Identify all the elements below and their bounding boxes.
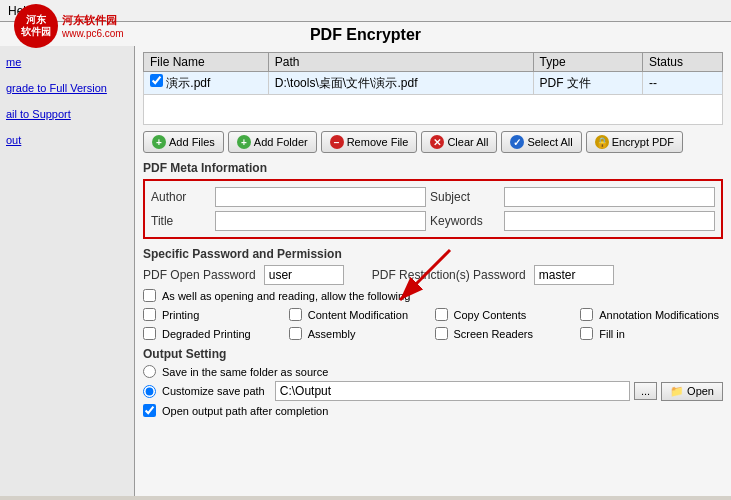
add-folder-label: Add Folder xyxy=(254,136,308,148)
output-section: Output Setting Save in the same folder a… xyxy=(143,347,723,417)
degraded-label: Degraded Printing xyxy=(162,328,251,340)
add-files-label: Add Files xyxy=(169,136,215,148)
perm-copy: Copy Contents xyxy=(435,308,578,321)
allow-checkbox[interactable] xyxy=(143,289,156,302)
restriction-password-label: PDF Restriction(s) Password xyxy=(372,268,526,282)
password-section-label: Specific Password and Permission xyxy=(143,247,723,261)
sidebar: me grade to Full Version ail to Support … xyxy=(0,46,135,496)
open-after-checkbox[interactable] xyxy=(143,404,156,417)
screen-checkbox[interactable] xyxy=(435,327,448,340)
restriction-password-input[interactable] xyxy=(534,265,614,285)
browse-button[interactable]: ... xyxy=(634,382,657,400)
select-all-label: Select All xyxy=(527,136,572,148)
add-files-icon: + xyxy=(152,135,166,149)
file-name: 演示.pdf xyxy=(166,76,210,90)
subject-label: Subject xyxy=(430,190,500,204)
clear-all-label: Clear All xyxy=(447,136,488,148)
menu-bar: Help xyxy=(0,0,731,22)
file-checkbox[interactable] xyxy=(150,74,163,87)
author-input[interactable] xyxy=(215,187,426,207)
menu-help[interactable]: Help xyxy=(8,4,33,18)
file-path-cell: D:\tools\桌面\文件\演示.pdf xyxy=(268,72,533,95)
encrypt-label: Encrypt PDF xyxy=(612,136,674,148)
annotation-checkbox[interactable] xyxy=(580,308,593,321)
open-label: Open xyxy=(687,385,714,397)
table-row: 演示.pdf D:\tools\桌面\文件\演示.pdf PDF 文件 -- xyxy=(144,72,723,95)
copy-checkbox[interactable] xyxy=(435,308,448,321)
perm-printing: Printing xyxy=(143,308,286,321)
sidebar-link-out[interactable]: out xyxy=(6,134,128,146)
clear-all-icon: ✕ xyxy=(430,135,444,149)
folder-icon: 📁 xyxy=(670,385,684,398)
perm-assembly: Assembly xyxy=(289,327,432,340)
fillin-label: Fill in xyxy=(599,328,625,340)
allow-label: As well as opening and reading, allow th… xyxy=(162,290,410,302)
main-content: File Name Path Type Status 演示.pdf D:\too… xyxy=(135,46,731,496)
customize-label: Customize save path xyxy=(162,385,265,397)
col-path: Path xyxy=(268,53,533,72)
same-folder-label: Save in the same folder as source xyxy=(162,366,328,378)
col-filename: File Name xyxy=(144,53,269,72)
content-mod-label: Content Modification xyxy=(308,309,408,321)
remove-file-icon: − xyxy=(330,135,344,149)
app-title: PDF Encrypter xyxy=(0,22,731,46)
sidebar-link-mail[interactable]: ail to Support xyxy=(6,108,128,120)
title-input[interactable] xyxy=(215,211,426,231)
encrypt-pdf-button[interactable]: 🔒 Encrypt PDF xyxy=(586,131,683,153)
title-label: Title xyxy=(151,214,211,228)
printing-label: Printing xyxy=(162,309,199,321)
assembly-checkbox[interactable] xyxy=(289,327,302,340)
file-name-cell: 演示.pdf xyxy=(144,72,269,95)
same-folder-radio[interactable] xyxy=(143,365,156,378)
select-all-icon: ✓ xyxy=(510,135,524,149)
add-files-button[interactable]: + Add Files xyxy=(143,131,224,153)
add-folder-icon: + xyxy=(237,135,251,149)
perm-screen: Screen Readers xyxy=(435,327,578,340)
password-section: Specific Password and Permission PDF Ope… xyxy=(143,247,723,302)
open-button[interactable]: 📁 Open xyxy=(661,382,723,401)
open-password-input[interactable] xyxy=(264,265,344,285)
file-status-cell: -- xyxy=(643,72,723,95)
annotation-label: Annotation Modifications xyxy=(599,309,719,321)
file-table: File Name Path Type Status 演示.pdf D:\too… xyxy=(143,52,723,125)
sidebar-link-upgrade[interactable]: grade to Full Version xyxy=(6,82,128,94)
perm-fillin: Fill in xyxy=(580,327,723,340)
printing-checkbox[interactable] xyxy=(143,308,156,321)
sidebar-link-me[interactable]: me xyxy=(6,56,128,68)
encrypt-icon: 🔒 xyxy=(595,135,609,149)
customize-radio[interactable] xyxy=(143,385,156,398)
perm-degraded: Degraded Printing xyxy=(143,327,286,340)
fillin-checkbox[interactable] xyxy=(580,327,593,340)
col-type: Type xyxy=(533,53,642,72)
toolbar: + Add Files + Add Folder − Remove File ✕… xyxy=(143,131,723,153)
remove-file-button[interactable]: − Remove File xyxy=(321,131,418,153)
meta-box: Author Subject Title Keywords xyxy=(143,179,723,239)
meta-section-label: PDF Meta Information xyxy=(143,161,723,175)
perm-annotation: Annotation Modifications xyxy=(580,308,723,321)
keywords-input[interactable] xyxy=(504,211,715,231)
subject-input[interactable] xyxy=(504,187,715,207)
open-after-label: Open output path after completion xyxy=(162,405,328,417)
keywords-label: Keywords xyxy=(430,214,500,228)
degraded-checkbox[interactable] xyxy=(143,327,156,340)
remove-file-label: Remove File xyxy=(347,136,409,148)
screen-label: Screen Readers xyxy=(454,328,534,340)
output-section-label: Output Setting xyxy=(143,347,723,361)
clear-all-button[interactable]: ✕ Clear All xyxy=(421,131,497,153)
select-all-button[interactable]: ✓ Select All xyxy=(501,131,581,153)
col-status: Status xyxy=(643,53,723,72)
assembly-label: Assembly xyxy=(308,328,356,340)
author-label: Author xyxy=(151,190,211,204)
perm-content-mod: Content Modification xyxy=(289,308,432,321)
open-password-label: PDF Open Password xyxy=(143,268,256,282)
file-type-cell: PDF 文件 xyxy=(533,72,642,95)
permissions-grid: Printing Content Modification Copy Conte… xyxy=(143,308,723,343)
content-mod-checkbox[interactable] xyxy=(289,308,302,321)
output-path-input[interactable] xyxy=(275,381,630,401)
copy-label: Copy Contents xyxy=(454,309,527,321)
add-folder-button[interactable]: + Add Folder xyxy=(228,131,317,153)
